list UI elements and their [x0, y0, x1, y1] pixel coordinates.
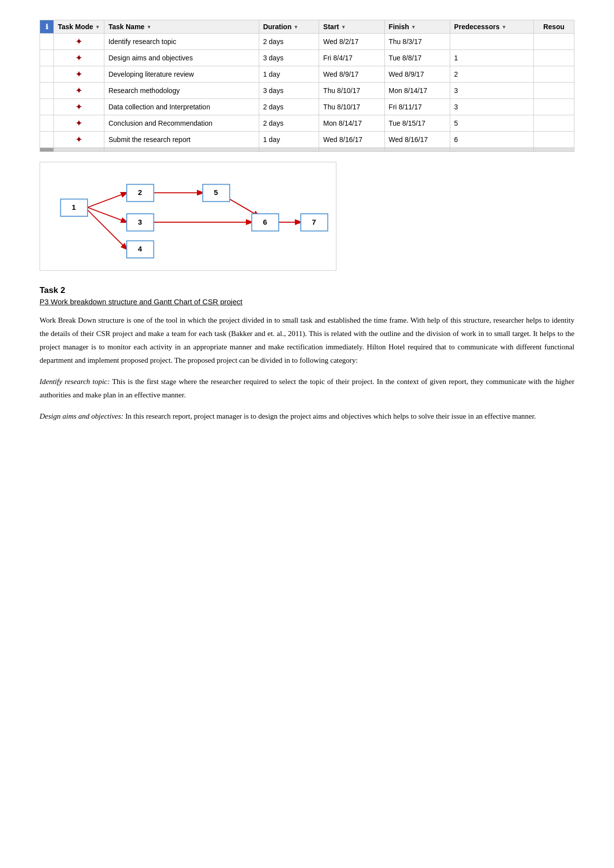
resou-cell — [533, 115, 574, 132]
task-mode-header[interactable]: Task Mode ▼ — [54, 20, 104, 34]
task-name-cell: Submit the research report — [104, 132, 259, 148]
start-cell: Thu 8/10/17 — [319, 99, 384, 115]
predecessors-cell: 3 — [450, 99, 533, 115]
table-row[interactable]: ✦Developing literature review1 dayWed 8/… — [40, 66, 574, 83]
resou-cell — [533, 34, 574, 50]
task2-section: Task 2 P3 Work breakdown structure and G… — [40, 286, 574, 423]
resou-cell — [533, 83, 574, 99]
duration-cell: 2 days — [259, 115, 319, 132]
finish-cell: Wed 8/9/17 — [384, 66, 450, 83]
row-info-cell — [40, 83, 54, 99]
table-row[interactable]: ✦Conclusion and Recommendation2 daysMon … — [40, 115, 574, 132]
task-name-cell: Data collection and Interpretation — [104, 99, 259, 115]
svg-text:2: 2 — [138, 189, 142, 196]
finish-cell: Wed 8/16/17 — [384, 132, 450, 148]
resou-cell — [533, 66, 574, 83]
table-row[interactable]: ✦Submit the research report1 dayWed 8/16… — [40, 132, 574, 148]
finish-header[interactable]: Finish ▼ — [384, 20, 450, 34]
task-mode-icon: ✦ — [54, 132, 104, 148]
gantt-table: ℹ Task Mode ▼ Task Name ▼ Durat — [40, 20, 574, 152]
table-row[interactable]: ✦Research methodology3 daysThu 8/10/17Mo… — [40, 83, 574, 99]
gantt-table-section: ℹ Task Mode ▼ Task Name ▼ Durat — [40, 20, 574, 152]
task2-intro: Work Break Down structure is one of the … — [40, 314, 574, 367]
svg-text:1: 1 — [72, 203, 76, 211]
task-name-header[interactable]: Task Name ▼ — [104, 20, 259, 34]
predecessors-cell: 6 — [450, 132, 533, 148]
finish-cell: Mon 8/14/17 — [384, 83, 450, 99]
task-name-cell: Developing literature review — [104, 66, 259, 83]
predecessors-cell: 1 — [450, 50, 533, 66]
duration-cell: 3 days — [259, 50, 319, 66]
svg-line-1 — [88, 207, 127, 222]
task-mode-sort-icon[interactable]: ▼ — [95, 24, 100, 30]
task-name-cell: Design aims and objectives — [104, 50, 259, 66]
finish-sort-icon[interactable]: ▼ — [411, 24, 416, 30]
predecessors-sort-icon[interactable]: ▼ — [502, 24, 507, 30]
svg-text:6: 6 — [263, 218, 267, 226]
resou-cell — [533, 99, 574, 115]
duration-header[interactable]: Duration ▼ — [259, 20, 319, 34]
start-sort-icon[interactable]: ▼ — [341, 24, 346, 30]
resou-cell — [533, 50, 574, 66]
start-cell: Fri 8/4/17 — [319, 50, 384, 66]
svg-text:5: 5 — [214, 189, 218, 196]
task2-para2-text: In this research report, project manager… — [124, 412, 536, 420]
task-mode-icon: ✦ — [54, 83, 104, 99]
row-info-cell — [40, 132, 54, 148]
task-mode-icon: ✦ — [54, 66, 104, 83]
duration-cell: 3 days — [259, 83, 319, 99]
start-cell: Thu 8/10/17 — [319, 83, 384, 99]
finish-cell: Fri 8/11/17 — [384, 99, 450, 115]
svg-text:3: 3 — [138, 218, 142, 226]
finish-cell: Tue 8/15/17 — [384, 115, 450, 132]
task2-para2: Design aims and objectives: In this rese… — [40, 410, 574, 423]
task-name-cell: Research methodology — [104, 83, 259, 99]
duration-cell: 2 days — [259, 99, 319, 115]
table-row[interactable]: ✦Data collection and Interpretation2 day… — [40, 99, 574, 115]
row-info-cell — [40, 99, 54, 115]
finish-cell: Thu 8/3/17 — [384, 34, 450, 50]
start-cell: Wed 8/9/17 — [319, 66, 384, 83]
task-name-cell: Identify research topic — [104, 34, 259, 50]
duration-cell: 1 day — [259, 66, 319, 83]
table-row[interactable]: ✦Identify research topic2 daysWed 8/2/17… — [40, 34, 574, 50]
predecessors-cell: 3 — [450, 83, 533, 99]
info-header: ℹ — [40, 20, 54, 34]
predecessors-cell — [450, 34, 533, 50]
start-cell: Wed 8/2/17 — [319, 34, 384, 50]
task-mode-icon: ✦ — [54, 115, 104, 132]
start-cell: Mon 8/14/17 — [319, 115, 384, 132]
finish-cell: Tue 8/8/17 — [384, 50, 450, 66]
row-info-cell — [40, 50, 54, 66]
predecessors-cell: 5 — [450, 115, 533, 132]
task2-para1: Identify research topic: This is the fir… — [40, 375, 574, 402]
network-svg: 1 2 3 4 5 6 7 — [40, 162, 336, 270]
task2-para1-text: This is the first stage where the resear… — [40, 378, 574, 399]
resou-header: Resou — [533, 20, 574, 34]
predecessors-header[interactable]: Predecessors ▼ — [450, 20, 533, 34]
task2-title: Task 2 — [40, 286, 574, 295]
predecessors-cell: 2 — [450, 66, 533, 83]
duration-cell: 1 day — [259, 132, 319, 148]
row-info-cell — [40, 115, 54, 132]
network-diagram: 1 2 3 4 5 6 7 — [40, 162, 336, 271]
task2-subtitle: P3 Work breakdown structure and Gantt Ch… — [40, 297, 574, 306]
resou-cell — [533, 132, 574, 148]
task-name-cell: Conclusion and Recommendation — [104, 115, 259, 132]
svg-line-2 — [88, 210, 127, 249]
start-cell: Wed 8/16/17 — [319, 132, 384, 148]
task-mode-icon: ✦ — [54, 99, 104, 115]
row-info-cell — [40, 34, 54, 50]
svg-text:7: 7 — [312, 218, 316, 226]
task-mode-icon: ✦ — [54, 50, 104, 66]
table-row[interactable]: ✦Design aims and objectives3 daysFri 8/4… — [40, 50, 574, 66]
row-info-cell — [40, 66, 54, 83]
duration-sort-icon[interactable]: ▼ — [293, 24, 298, 30]
task-name-sort-icon[interactable]: ▼ — [146, 24, 151, 30]
svg-line-0 — [88, 193, 127, 207]
duration-cell: 2 days — [259, 34, 319, 50]
task2-para2-label: Design aims and objectives: — [40, 412, 124, 420]
task-mode-icon: ✦ — [54, 34, 104, 50]
start-header[interactable]: Start ▼ — [319, 20, 384, 34]
task2-para1-label: Identify research topic: — [40, 378, 110, 386]
